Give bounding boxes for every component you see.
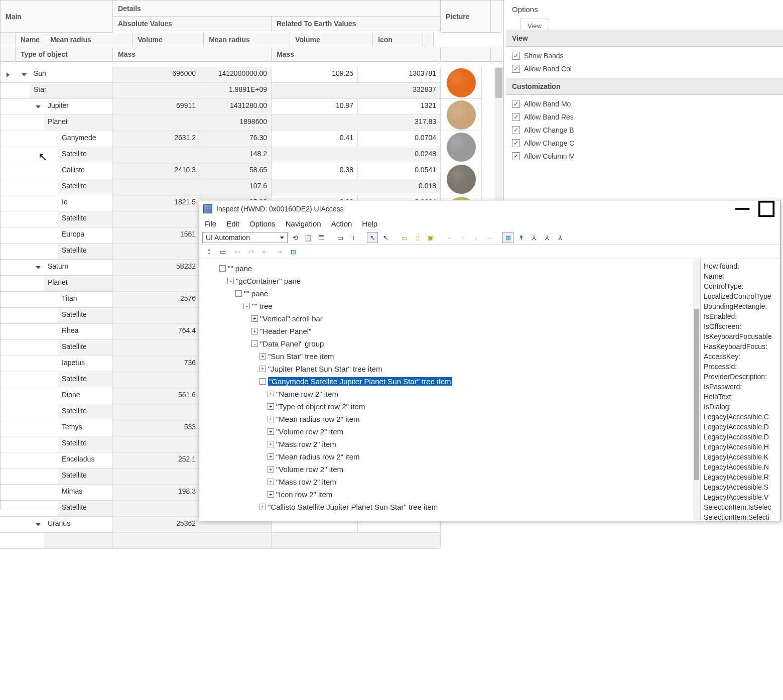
tree-item[interactable]: -"Ganymede Satellite Jupiter Planet Sun … xyxy=(201,375,698,388)
collapse-icon[interactable]: - xyxy=(259,378,266,385)
expand-icon[interactable]: + xyxy=(259,366,266,372)
toolbar-btn-cursor[interactable]: ↖ xyxy=(367,232,378,243)
titlebar[interactable]: Inspect (HWND: 0x00160DE2) UIAccess xyxy=(199,200,780,217)
cell-name[interactable]: Ganymede xyxy=(58,131,113,147)
cell-name[interactable]: Dione xyxy=(58,388,113,404)
data-row[interactable]: Callisto2410.358.650.380.0541 xyxy=(1,163,503,179)
toolbar-btn-rect[interactable]: ▭ xyxy=(335,232,346,243)
toolbar-btn-caret[interactable]: Ⅰ xyxy=(348,232,359,243)
data-row-sub[interactable] xyxy=(1,533,503,549)
data-row-sub[interactable]: Planet1898600317.83 xyxy=(1,115,503,131)
tree-item[interactable]: +"Mass row 2" item xyxy=(201,438,698,450)
expand-icon[interactable]: + xyxy=(268,491,274,498)
toolbar-btn-2[interactable]: 📋 xyxy=(303,232,314,243)
tree-item[interactable]: +"Name row 2" item xyxy=(201,388,698,400)
data-row[interactable]: Sun6960001412000000.00109.251303781 xyxy=(1,67,503,83)
collapse-icon[interactable]: - xyxy=(251,340,258,347)
toolbar2-btn-1[interactable]: ⟟ xyxy=(203,246,214,257)
data-row-sub[interactable]: Satellite107.60.018 xyxy=(1,179,503,195)
toolbar-btn-highlight3[interactable]: ▣ xyxy=(425,232,436,243)
toolbar-btn-1[interactable]: ⟲ xyxy=(290,232,301,243)
expand-icon[interactable]: + xyxy=(251,315,258,322)
nav-left-icon[interactable]: ← xyxy=(444,232,455,243)
toolbar2-btn-7[interactable]: ⊡ xyxy=(288,246,299,257)
toolbar-btn-parent[interactable]: ↟ xyxy=(515,232,527,243)
expand-icon[interactable]: + xyxy=(268,391,274,397)
toolbar-btn-3[interactable]: 🗔 xyxy=(316,232,327,243)
menu-action[interactable]: Action xyxy=(331,219,352,228)
tree-item[interactable]: +"Type of object row 2" item xyxy=(201,400,698,413)
tree-item[interactable]: +"Header Panel" xyxy=(201,325,698,337)
expand-icon[interactable]: + xyxy=(259,504,266,510)
toolbar-btn-cursor2[interactable]: ↖ xyxy=(380,232,391,243)
cell-name[interactable]: Tethys xyxy=(58,420,113,436)
band-details[interactable]: Details xyxy=(113,1,441,17)
toolbar-btn-tree[interactable]: ⊞ xyxy=(502,232,513,243)
data-row-sub[interactable]: Satellite148.20.0248 xyxy=(1,147,503,163)
col-mass-abs[interactable]: Mass xyxy=(113,47,272,62)
expand-icon[interactable]: + xyxy=(259,353,266,360)
toolbar-btn-children[interactable]: ⅄ xyxy=(529,232,540,243)
chevron-down-icon[interactable] xyxy=(36,523,41,526)
col-type[interactable]: Type of object xyxy=(16,47,113,62)
tree-item[interactable]: +"Volume row 2" item xyxy=(201,425,698,438)
cell-name[interactable]: Jupiter xyxy=(44,99,113,115)
expand-icon[interactable]: + xyxy=(268,403,274,410)
cell-name[interactable]: Saturn xyxy=(44,260,113,276)
cell-name[interactable]: Io xyxy=(58,195,113,211)
collapse-icon[interactable]: - xyxy=(243,303,250,309)
tree-item[interactable]: +"Callisto Satellite Jupiter Planet Sun … xyxy=(201,501,698,513)
cell-name[interactable]: Titan xyxy=(58,292,113,308)
toolbar-btn-sib1[interactable]: ⅄ xyxy=(542,232,553,243)
checkbox-option[interactable]: ✓Allow Change C xyxy=(512,139,777,147)
chevron-down-icon[interactable] xyxy=(22,73,27,76)
toolbar-btn-highlight1[interactable]: ▭ xyxy=(399,232,410,243)
ui-tree[interactable]: -"" pane-"gcContainer" pane-"" pane-"" t… xyxy=(199,259,700,520)
tree-item[interactable]: +"Vertical" scroll bar xyxy=(201,312,698,325)
subband-related[interactable]: Related To Earth Values xyxy=(272,17,441,31)
cell-name[interactable]: Uranus xyxy=(44,517,113,533)
col-icon[interactable]: Icon xyxy=(373,33,423,47)
expand-icon[interactable]: + xyxy=(251,328,258,334)
automation-mode-combo[interactable]: UI Automation xyxy=(202,232,288,243)
expand-all-icon[interactable] xyxy=(7,72,10,77)
toolbar-btn-highlight2[interactable]: ▯ xyxy=(412,232,423,243)
col-mass-rel[interactable]: Mass xyxy=(272,47,441,62)
cell-name[interactable]: Sun xyxy=(30,67,113,83)
tree-item[interactable]: -"Data Panel" group xyxy=(201,337,698,350)
expand-icon[interactable]: + xyxy=(268,416,274,422)
collapse-icon[interactable]: - xyxy=(227,278,234,284)
menu-edit[interactable]: Edit xyxy=(226,219,239,228)
expand-icon[interactable]: + xyxy=(268,479,274,485)
tree-item[interactable]: +"Icon row 2" item xyxy=(201,488,698,501)
nav-down-icon[interactable]: ↓ xyxy=(470,232,481,243)
chevron-down-icon[interactable] xyxy=(36,266,41,269)
cell-name[interactable]: Iapetus xyxy=(58,356,113,372)
nav-up-icon[interactable]: ↑ xyxy=(457,232,468,243)
tree-item[interactable]: +"Mass row 2" item xyxy=(201,476,698,488)
nav-right-icon[interactable]: → xyxy=(483,232,494,243)
checkbox-option[interactable]: ✓Show Bands xyxy=(512,52,777,60)
chevron-down-icon[interactable] xyxy=(36,105,41,108)
collapse-icon[interactable]: - xyxy=(235,290,242,297)
menu-help[interactable]: Help xyxy=(362,219,377,228)
col-name[interactable]: Name xyxy=(16,33,45,47)
data-row[interactable]: Jupiter699111431280.0010.971321 xyxy=(1,99,503,115)
tree-item[interactable]: -"" pane xyxy=(201,287,698,300)
col-volume-rel[interactable]: Volume xyxy=(290,33,373,47)
tree-item[interactable]: -"" pane xyxy=(201,262,698,275)
minimize-button[interactable] xyxy=(732,202,752,216)
cell-name[interactable]: Enceladus xyxy=(58,452,113,469)
checkbox-option[interactable]: ✓Allow Column M xyxy=(512,152,777,160)
band-picture[interactable]: Picture xyxy=(441,1,491,33)
tree-item[interactable]: -"gcContainer" pane xyxy=(201,275,698,287)
cell-name[interactable]: Callisto xyxy=(58,163,113,179)
col-meanradius-rel[interactable]: Mean radius xyxy=(204,33,290,47)
expand-icon[interactable]: + xyxy=(268,466,274,473)
cell-name[interactable]: Rhea xyxy=(58,324,113,340)
checkbox-option[interactable]: ✓Allow Band Res xyxy=(512,113,777,121)
band-main[interactable]: Main xyxy=(1,1,113,33)
data-row-sub[interactable]: Star1.9891E+09332837 xyxy=(1,83,503,99)
menu-navigation[interactable]: Navigation xyxy=(286,219,321,228)
toolbar2-btn-2[interactable]: ▭ xyxy=(217,246,228,257)
